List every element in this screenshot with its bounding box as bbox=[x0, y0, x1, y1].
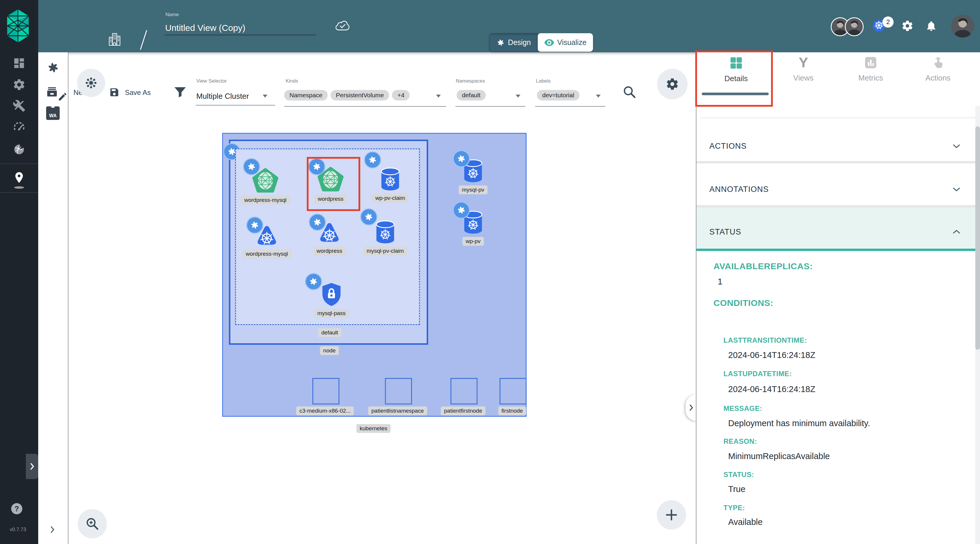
kind-chip-more[interactable]: +4 bbox=[392, 90, 410, 100]
status-key: LASTUPDATETIME: bbox=[724, 370, 792, 378]
accordion-annotations[interactable]: ANNOTATIONS bbox=[710, 185, 769, 194]
sidebar-item-configuration[interactable] bbox=[13, 99, 25, 112]
collaborator-avatar[interactable] bbox=[845, 17, 864, 36]
namespace-chip[interactable]: default bbox=[457, 90, 486, 100]
mesh-network-icon bbox=[85, 77, 97, 89]
sidebar-divider bbox=[0, 192, 38, 193]
chevron-right-icon bbox=[28, 462, 36, 471]
node-square-patientfirstnode[interactable] bbox=[450, 378, 477, 404]
section-gap bbox=[697, 161, 975, 164]
panel-divider bbox=[696, 52, 697, 544]
pin-shadow bbox=[14, 186, 24, 189]
sidebar-item-kanvas-pin[interactable] bbox=[13, 171, 25, 184]
sidebar-item-dashboard[interactable] bbox=[13, 57, 25, 70]
edit-pencil-icon[interactable] bbox=[57, 92, 68, 102]
node-square-firstnode[interactable] bbox=[500, 378, 527, 404]
kinds-caret[interactable] bbox=[436, 95, 441, 97]
add-node-button[interactable] bbox=[657, 500, 686, 530]
mesh-overlay-button[interactable] bbox=[77, 69, 105, 97]
search-icon[interactable] bbox=[622, 85, 636, 99]
rail-expand-chevron-icon[interactable] bbox=[48, 525, 56, 534]
node-square-patientlistnamespace[interactable] bbox=[385, 378, 412, 404]
panel-top-divider bbox=[700, 118, 975, 118]
sidebar-item-extensions[interactable] bbox=[13, 143, 25, 156]
notifications-bell-icon[interactable] bbox=[925, 20, 937, 32]
status-value: True bbox=[728, 484, 746, 494]
canvas-settings-button[interactable] bbox=[657, 69, 687, 99]
chevron-down-icon[interactable] bbox=[952, 142, 961, 151]
status-value: MinimumReplicasAvailable bbox=[728, 452, 830, 461]
components-drawer-icon[interactable] bbox=[45, 85, 59, 99]
status-key: STATUS: bbox=[724, 471, 754, 479]
meshery-logo[interactable] bbox=[5, 8, 31, 43]
view-selector-value[interactable]: Multiple Cluster bbox=[196, 92, 249, 101]
view-selector-caret[interactable] bbox=[263, 95, 267, 97]
accordion-status-header[interactable]: STATUS bbox=[697, 207, 975, 251]
accordion-actions[interactable]: ACTIONS bbox=[710, 142, 747, 151]
namespaces-caret[interactable] bbox=[516, 95, 520, 97]
node-square-c3-medium[interactable] bbox=[312, 378, 339, 404]
node-pod-wordpress[interactable]: wordpress bbox=[317, 221, 342, 245]
node-label: wordpress-mysql bbox=[241, 196, 290, 205]
namespaces-label: Namespaces bbox=[456, 78, 485, 84]
square-label: firstnode bbox=[498, 406, 526, 415]
user-avatar[interactable] bbox=[951, 15, 974, 38]
wasm-filter-icon[interactable]: WA bbox=[46, 107, 60, 120]
node-deployment-wordpress-mysql[interactable]: wordpress-mysql bbox=[252, 167, 279, 194]
tab-views[interactable]: Y Views bbox=[775, 56, 831, 100]
organization-icon[interactable] bbox=[108, 32, 121, 47]
tab-metrics[interactable]: Metrics bbox=[843, 56, 899, 100]
filter-funnel-icon[interactable] bbox=[173, 86, 187, 99]
status-key: AVAILABLEREPLICAS: bbox=[713, 261, 813, 271]
meshsync-badge bbox=[453, 202, 470, 219]
node-pv-wp-pv[interactable]: wp-pv bbox=[462, 210, 484, 235]
labels-caret[interactable] bbox=[596, 95, 601, 97]
node-secret-mysql-pass[interactable]: mysql-pass bbox=[320, 282, 343, 307]
metrics-barchart-icon bbox=[864, 56, 877, 69]
settings-gear-icon[interactable] bbox=[901, 20, 913, 32]
sidebar-expand-button[interactable] bbox=[26, 454, 38, 479]
design-mode-button[interactable]: Design bbox=[489, 33, 538, 52]
actions-hand-icon bbox=[931, 56, 945, 69]
namespaces-underline bbox=[455, 106, 525, 107]
visualize-mode-button[interactable]: Visualize bbox=[538, 33, 593, 52]
kinds-label: Kinds bbox=[286, 78, 298, 84]
panel-collapse-button[interactable] bbox=[686, 394, 697, 421]
labels-chips: dev=tutorial bbox=[537, 90, 579, 100]
chevron-down-icon[interactable] bbox=[952, 185, 961, 194]
chevron-up-icon bbox=[952, 227, 961, 236]
node-pod-wordpress-mysql[interactable]: wordpress-mysql bbox=[255, 224, 279, 248]
zoom-in-button[interactable] bbox=[78, 509, 107, 538]
cluster-kubernetes-boundary[interactable]: wordpress-mysql wordpress wp-pv-claim wo… bbox=[222, 133, 527, 417]
save-as-icon[interactable] bbox=[109, 87, 119, 97]
kind-chip[interactable]: PersistentVolume bbox=[331, 90, 389, 100]
node-label: wp-pv-claim bbox=[372, 194, 408, 202]
view-name-label: Name bbox=[165, 12, 179, 17]
save-as-button[interactable]: Save As bbox=[125, 89, 151, 97]
node-pvc-wp-pv-claim[interactable]: wp-pv-claim bbox=[379, 167, 401, 192]
status-key: TYPE: bbox=[724, 504, 745, 512]
highlight-box-wordpress bbox=[307, 157, 360, 211]
cloud-sync-icon[interactable] bbox=[334, 19, 351, 32]
context-count-badge[interactable]: 2 bbox=[883, 16, 894, 28]
view-name-input[interactable] bbox=[165, 23, 316, 35]
panel-scrollbar-thumb[interactable] bbox=[975, 126, 980, 350]
visualize-label: Visualize bbox=[557, 38, 587, 47]
kind-chip[interactable]: Namespace bbox=[284, 90, 328, 100]
node-label: mysql-pass bbox=[314, 309, 349, 318]
status-value: Deployment has minimum availability. bbox=[728, 418, 870, 428]
kinds-chips: Namespace PersistentVolume +4 bbox=[284, 90, 410, 100]
designs-spiral-icon[interactable] bbox=[46, 61, 60, 74]
node-label: wordpress bbox=[313, 247, 345, 255]
status-value: 2024-06-14T16:24:18Z bbox=[728, 350, 815, 360]
cluster-label-chip: kubernetes bbox=[356, 424, 391, 433]
node-pv-mysql-pv[interactable]: mysql-pv bbox=[462, 159, 484, 184]
help-button[interactable]: ? bbox=[11, 503, 22, 514]
highlight-box-details-tab bbox=[695, 51, 773, 107]
sidebar-item-lifecycle[interactable] bbox=[13, 78, 25, 91]
sidebar-item-performance[interactable] bbox=[13, 121, 25, 134]
gear-icon bbox=[666, 77, 679, 91]
node-pvc-mysql-pv-claim[interactable]: mysql-pv-claim bbox=[374, 220, 396, 245]
label-chip[interactable]: dev=tutorial bbox=[537, 90, 579, 100]
tab-actions[interactable]: Actions bbox=[910, 56, 966, 100]
